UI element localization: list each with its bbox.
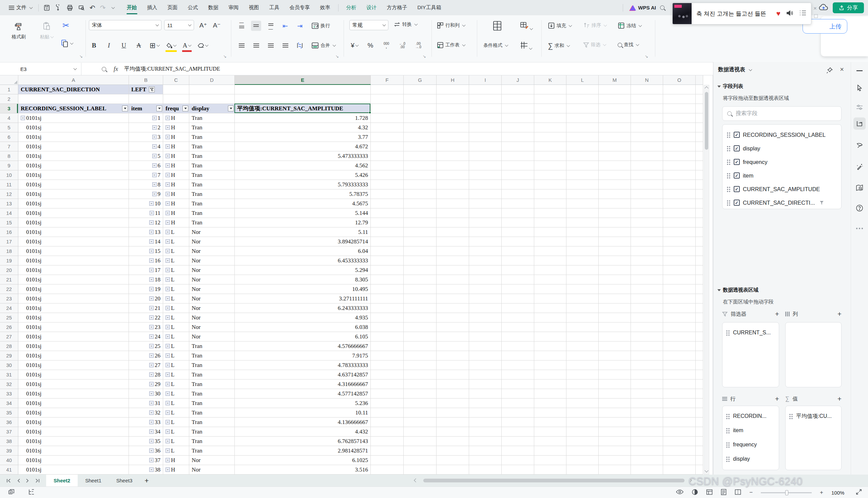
menu-tab-方方格子[interactable]: 方方格子 <box>382 0 412 15</box>
drag-handle-icon[interactable] <box>727 146 731 152</box>
cell-K2[interactable] <box>534 94 567 104</box>
cell-J41[interactable] <box>502 465 534 475</box>
cell-B24[interactable]: -21 <box>129 303 163 313</box>
decrease-indent-icon[interactable]: ⇤ <box>280 21 290 31</box>
cell-D28[interactable]: Tran <box>189 341 235 351</box>
cell-C15[interactable]: -H <box>163 218 189 227</box>
cell-C14[interactable]: -H <box>163 208 189 218</box>
cell-B22[interactable]: -19 <box>129 285 163 294</box>
italic-icon[interactable]: I <box>104 40 114 51</box>
collapse-icon[interactable]: - <box>165 211 170 215</box>
cell-N26[interactable] <box>631 323 663 332</box>
collapse-icon[interactable]: - <box>149 230 154 234</box>
cell-A14[interactable]: 0101sj <box>18 208 129 218</box>
cell-N25[interactable] <box>631 313 663 323</box>
cell-H17[interactable] <box>436 237 469 247</box>
group-expander-icon[interactable]: ↘ <box>223 54 227 59</box>
cell-partial-11[interactable] <box>696 180 703 189</box>
cell-M1[interactable] <box>599 85 631 94</box>
cell-K28[interactable] <box>534 341 567 351</box>
cell-partial-34[interactable] <box>696 398 703 408</box>
cell-N20[interactable] <box>631 265 663 275</box>
cell-M19[interactable] <box>599 256 631 265</box>
cell-partial-29[interactable] <box>696 351 703 361</box>
cell-M18[interactable] <box>599 247 631 256</box>
collapse-icon[interactable]: - <box>165 144 170 149</box>
cell-L27[interactable] <box>567 332 599 341</box>
cut-button[interactable]: ✂ <box>63 21 69 30</box>
filter-dropdown-icon[interactable] <box>157 106 162 112</box>
cell-M30[interactable] <box>599 361 631 370</box>
playlist-icon[interactable] <box>799 10 806 17</box>
cell-H12[interactable] <box>436 189 469 199</box>
collapse-icon[interactable]: - <box>149 220 154 225</box>
cell-B38[interactable]: -35 <box>129 436 163 446</box>
cell-D13[interactable]: Tran <box>189 199 235 208</box>
cell-I5[interactable] <box>469 123 502 132</box>
cell-partial-14[interactable] <box>696 208 703 218</box>
fill-handle[interactable] <box>369 112 371 114</box>
column-header-C[interactable]: C <box>163 75 189 85</box>
cell-M7[interactable] <box>599 142 631 152</box>
print-preview-icon[interactable] <box>78 4 85 11</box>
filter-applied-icon[interactable] <box>149 87 155 92</box>
cell-I6[interactable] <box>469 132 502 142</box>
collapse-icon[interactable]: - <box>165 230 170 234</box>
drag-handle-icon[interactable] <box>727 132 731 138</box>
field-item-item[interactable]: ✓item <box>727 169 841 182</box>
cell-D27[interactable]: Nor <box>189 332 235 341</box>
cell-N33[interactable] <box>631 389 663 398</box>
values-zone-box[interactable]: 平均值项:CU... <box>785 406 842 470</box>
cell-I30[interactable] <box>469 361 502 370</box>
cell-I11[interactable] <box>469 180 502 189</box>
cell-I19[interactable] <box>469 256 502 265</box>
cell-N8[interactable] <box>631 152 663 161</box>
cell-K33[interactable] <box>534 389 567 398</box>
cell-M24[interactable] <box>599 303 631 313</box>
conditional-format-button[interactable]: 条件格式 <box>483 42 508 49</box>
cell-style-brush-icon[interactable] <box>520 22 532 30</box>
cell-N4[interactable] <box>631 113 663 123</box>
cell-O39[interactable] <box>663 446 696 456</box>
field-checkbox[interactable]: ✓ <box>734 200 740 206</box>
cell-L9[interactable] <box>567 161 599 170</box>
cell-H23[interactable] <box>436 294 469 303</box>
cell-F10[interactable] <box>371 170 404 180</box>
cell-G6[interactable] <box>404 132 436 142</box>
cell-H1[interactable] <box>436 85 469 94</box>
cell-N14[interactable] <box>631 208 663 218</box>
row-header-4[interactable]: 4 <box>0 113 18 123</box>
collapse-icon[interactable]: - <box>149 420 154 424</box>
increase-decimal-icon[interactable]: ←.0.00 <box>397 40 407 51</box>
column-header-M[interactable]: M <box>599 75 631 85</box>
cell-D30[interactable]: Tran <box>189 361 235 370</box>
cell-G21[interactable] <box>404 275 436 285</box>
cell-C29[interactable]: -L <box>163 351 189 361</box>
cell-H41[interactable] <box>436 465 469 475</box>
cell-D21[interactable]: Nor <box>189 275 235 285</box>
cell-I3[interactable] <box>469 104 502 113</box>
row-header-13[interactable]: 13 <box>0 199 18 208</box>
cell-E9[interactable]: 4.562 <box>235 161 371 170</box>
cell-N32[interactable] <box>631 380 663 389</box>
collapse-icon[interactable]: - <box>149 325 154 329</box>
cell-O26[interactable] <box>663 323 696 332</box>
cell-A36[interactable]: 0101sj <box>18 418 129 427</box>
cell-H33[interactable] <box>436 389 469 398</box>
cell-K39[interactable] <box>534 446 567 456</box>
sheet-tab-Sheet3[interactable]: Sheet3 <box>109 475 140 486</box>
drag-handle-icon[interactable] <box>727 200 731 206</box>
cell-B35[interactable]: -32 <box>129 408 163 418</box>
cell-E18[interactable]: 6.04 <box>235 247 371 256</box>
group-expander-icon[interactable]: ↘ <box>79 54 83 59</box>
cell-O12[interactable] <box>663 189 696 199</box>
cell-M10[interactable] <box>599 170 631 180</box>
cell-C24[interactable]: -L <box>163 303 189 313</box>
collapse-icon[interactable]: - <box>165 372 170 377</box>
collapse-icon[interactable]: - <box>149 277 154 282</box>
cell-N7[interactable] <box>631 142 663 152</box>
cell-E23[interactable]: 3.271111111 <box>235 294 371 303</box>
cell-K32[interactable] <box>534 380 567 389</box>
chevron-down-icon[interactable] <box>749 68 752 71</box>
collapse-icon[interactable]: - <box>165 430 170 434</box>
